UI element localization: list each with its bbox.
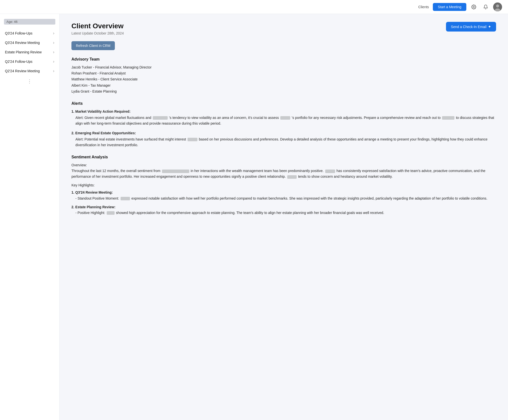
layout: Age: 46 Q3'24 Follow-Ups › Q3'24 Review … [0,14,508,420]
highlight-1-subtext: expressed notable satisfaction with how … [131,196,487,200]
redacted-name-1 [153,116,168,120]
alerts-list: 1. Market Volatility Action Required: Al… [71,109,496,148]
highlight-1-number: 1. [71,190,75,194]
sidebar-item-label: Q3'24 Review Meeting [5,41,40,45]
advisor-member-1: Jacob Tucker - Financial Advisor, Managi… [71,65,496,70]
redacted-highlight-1 [121,197,130,200]
chevron-right-icon: › [53,69,54,73]
refresh-crm-button[interactable]: Refresh Client in CRM [71,41,115,50]
highlight-1-sublabel: - Standout Positive Moment: [75,196,119,200]
highlight-1-title: Q3'24 Review Meeting: [75,190,113,194]
alert-2-title: Emerging Real Estate Opportunities: [75,131,136,135]
sentiment-section: Sentiment Analysis Overview: Throughout … [71,155,496,216]
alert-1-text3: 's portfolio for any necessary risk adju… [292,116,441,120]
sentiment-highlights: Key Highlights: 1. Q3'24 Review Meeting:… [71,182,496,215]
alerts-section: Alerts 1. Market Volatility Action Requi… [71,101,496,148]
sidebar: Age: 46 Q3'24 Follow-Ups › Q3'24 Review … [0,14,60,420]
alert-item-2: 2. Emerging Real Estate Opportunities: A… [71,130,496,148]
alert-2-number: 2. [71,131,75,135]
advisory-team-title: Advisory Team [71,57,496,62]
advisory-team-list: Jacob Tucker - Financial Advisor, Managi… [71,65,496,94]
avatar[interactable] [493,2,502,11]
overview-label: Overview: [71,163,87,167]
sentiment-text2: in her interactions with the wealth mana… [191,169,324,173]
sidebar-item-label: Q2'24 Follow-Ups [5,60,32,64]
redacted-highlight-2 [107,211,115,215]
highlight-2-title: Estate Planning Review: [75,205,116,209]
start-meeting-button[interactable]: Start a Meeting [433,3,466,11]
clients-link[interactable]: Clients [418,5,429,9]
redacted-sentiment-1 [162,170,189,173]
age-badge: Age: 46 [4,19,55,25]
alert-1-title: Market Volatility Action Required: [75,109,130,113]
highlight-1-body: - Standout Positive Moment: expressed no… [75,196,496,201]
svg-point-0 [473,6,475,7]
alert-1-text1: Alert: Given recent global market fluctu… [75,116,151,120]
sidebar-item-label: Estate Planning Review [5,50,42,54]
sentiment-text1: Throughout the last 12 months, the overa… [71,169,160,173]
advisory-team-section: Advisory Team Jacob Tucker - Financial A… [71,57,496,94]
notifications-button[interactable] [481,2,490,11]
chevron-right-icon: › [53,50,54,54]
highlight-2-number: 2. [71,205,75,209]
sidebar-item-q3-review[interactable]: Q3'24 Review Meeting › [0,38,59,47]
redacted-name-4 [188,138,197,141]
sidebar-item-q2-followups[interactable]: Q2'24 Follow-Ups › [0,57,59,66]
sidebar-item-label: Q2'24 Review Meeting [5,69,40,73]
page-subtitle: Latest Update October 28th, 2024 [71,31,124,35]
advisor-member-4: Albert Kim - Tax Manager [71,83,496,88]
alerts-title: Alerts [71,101,496,106]
main-content: Client Overview Latest Update October 28… [60,14,508,420]
sentiment-overview: Overview: Throughout the last 12 months,… [71,162,496,179]
chevron-right-icon: › [53,40,54,45]
alert-1-number: 1. [71,109,75,113]
alert-2-text1: Alert: Potential real estate investments… [75,137,186,141]
sparkle-icon: ✦ [488,24,491,29]
highlight-2-subtext: showed high appreciation for the compreh… [116,211,384,215]
sentiment-body: Overview: Throughout the last 12 months,… [71,162,496,216]
topnav: Clients Start a Meeting [0,0,508,14]
avatar-image [493,2,502,11]
sidebar-item-estate-planning[interactable]: Estate Planning Review › [0,47,59,57]
bell-icon [483,4,488,9]
redacted-name-3 [442,116,454,120]
sidebar-more-button[interactable]: ⋮ [0,76,59,87]
highlight-2-body: - Positive Highlight: showed high apprec… [75,210,496,216]
sidebar-item-label: Q3'24 Follow-Ups [5,31,32,35]
alert-1-text2: 's tendency to view volatility as an are… [169,116,279,120]
chevron-right-icon: › [53,59,54,64]
redacted-sentiment-3 [287,175,297,179]
sidebar-item-q3-followups[interactable]: Q3'24 Follow-Ups › [0,29,59,38]
sidebar-item-q2-review[interactable]: Q2'24 Review Meeting › [0,66,59,76]
redacted-name-2 [280,116,290,120]
redacted-sentiment-2 [325,170,335,173]
alert-item-1: 1. Market Volatility Action Required: Al… [71,109,496,126]
highlight-item-2: 2. Estate Planning Review: - Positive Hi… [71,204,496,216]
chevron-right-icon: › [53,31,54,35]
sentiment-text4: tends to show concern and hesitancy arou… [298,175,393,178]
settings-button[interactable] [469,2,478,11]
page-title: Client Overview [71,22,124,30]
alert-1-body: Alert: Given recent global market fluctu… [75,115,496,126]
highlights-label: Key Highlights: [71,182,496,188]
advisor-member-3: Matthew Henriks - Client Service Associa… [71,76,496,82]
advisor-member-5: Lydia Grant - Estate Planning [71,89,496,94]
gear-icon [471,4,476,9]
title-block: Client Overview Latest Update October 28… [71,22,124,35]
send-checkin-button[interactable]: Send a Check-In Email ✦ [446,22,496,32]
alert-2-body: Alert: Potential real estate investments… [75,137,496,148]
page-header: Client Overview Latest Update October 28… [71,22,496,35]
highlight-item-1: 1. Q3'24 Review Meeting: - Standout Posi… [71,190,496,201]
svg-point-2 [496,4,499,7]
sentiment-title: Sentiment Analysis [71,155,496,159]
highlight-2-sublabel: - Positive Highlight: [75,211,105,215]
advisor-member-2: Rohan Prashant - Financial Analyst [71,70,496,76]
